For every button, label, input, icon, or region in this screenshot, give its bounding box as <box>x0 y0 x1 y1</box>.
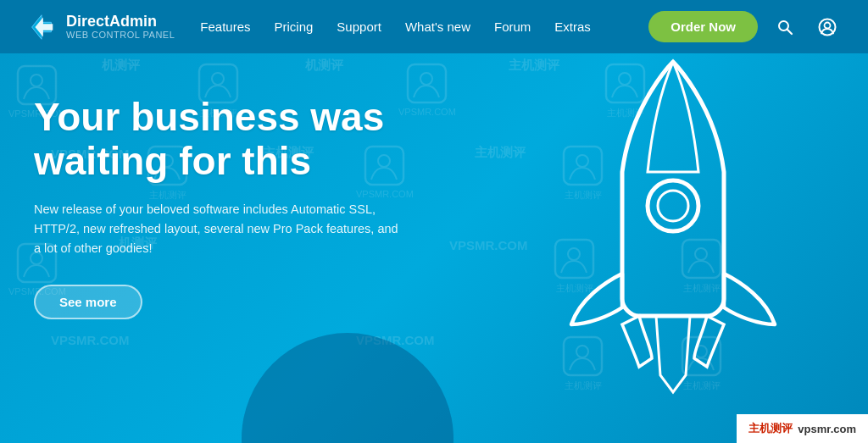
svg-point-7 <box>31 75 42 86</box>
nav-features[interactable]: Features <box>200 19 250 34</box>
brand-title: DirectAdmin <box>66 14 175 30</box>
hero-description: New release of your beloved software inc… <box>34 200 398 259</box>
svg-point-9 <box>212 73 224 85</box>
brand-subtitle: WEB CONTROL PANEL <box>66 30 175 40</box>
nav-pricing[interactable]: Pricing <box>275 19 314 34</box>
account-button[interactable] <box>812 12 843 42</box>
svg-point-30 <box>648 180 698 231</box>
nav-support[interactable]: Support <box>337 19 381 34</box>
see-more-button[interactable]: See more <box>34 285 142 319</box>
logo-text: DirectAdmin WEB CONTROL PANEL <box>66 14 175 41</box>
nav-forum[interactable]: Forum <box>494 19 531 34</box>
hero-content: Your business was waiting for this New r… <box>34 96 441 319</box>
nav-right: Order Now <box>648 11 843 42</box>
logo-icon <box>25 11 58 43</box>
svg-point-11 <box>420 73 432 85</box>
nav-links: Features Pricing Support What's new Foru… <box>200 19 648 34</box>
logo[interactable]: DirectAdmin WEB CONTROL PANEL <box>25 11 175 43</box>
svg-line-3 <box>787 29 793 34</box>
svg-point-5 <box>825 22 831 28</box>
account-icon <box>818 18 837 36</box>
watermark-badge: 主机测评 vpsmr.com <box>737 414 868 443</box>
badge-url: vpsmr.com <box>798 423 856 435</box>
globe-decoration <box>242 333 453 443</box>
search-button[interactable] <box>770 12 800 42</box>
nav-whats-new[interactable]: What's new <box>405 19 470 34</box>
rocket-illustration <box>529 53 817 426</box>
order-now-button[interactable]: Order Now <box>648 11 758 42</box>
search-icon <box>776 19 793 36</box>
nav-extras[interactable]: Extras <box>554 19 591 34</box>
hero-title: Your business was waiting for this <box>34 96 441 183</box>
badge-text: 主机测评 <box>748 421 793 436</box>
hero-section: VPSMR.COM 机测评 主机测评 机测评 VPSMR.COM 主机测评 主机… <box>0 53 868 443</box>
svg-point-31 <box>658 191 688 221</box>
navbar: DirectAdmin WEB CONTROL PANEL Features P… <box>0 0 868 53</box>
